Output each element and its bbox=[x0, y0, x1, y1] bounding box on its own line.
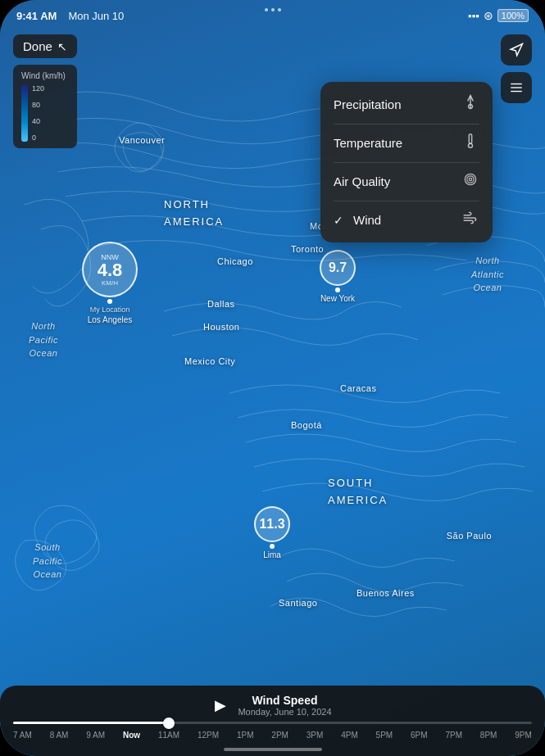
time-7am: 7 AM bbox=[13, 731, 32, 740]
menu-item-temperature[interactable]: Temperature bbox=[320, 124, 493, 162]
time-9pm: 9PM bbox=[515, 731, 532, 740]
play-icon: ▶ bbox=[215, 697, 226, 713]
wind-label-80: 80 bbox=[32, 101, 44, 109]
timeline-title: Wind Speed bbox=[238, 694, 331, 707]
layers-button[interactable] bbox=[501, 72, 532, 103]
temperature-label: Temperature bbox=[334, 136, 402, 150]
time-5pm: 5PM bbox=[376, 731, 393, 740]
air-quality-label: Air Quality bbox=[334, 174, 390, 188]
time-12pm: 12PM bbox=[198, 731, 219, 740]
time-1pm: 1PM bbox=[237, 731, 254, 740]
timeline-subtitle: Monday, June 10, 2024 bbox=[238, 707, 331, 717]
timeline-title-row: ▶ Wind Speed Monday, June 10, 2024 bbox=[0, 694, 545, 717]
svg-point-9 bbox=[467, 176, 474, 183]
wind-icon bbox=[461, 210, 479, 230]
signal-icon: ▪▪▪ bbox=[468, 10, 479, 22]
top-right-controls bbox=[501, 34, 532, 103]
ny-city-label: New York bbox=[320, 294, 355, 303]
top-left-controls: Done ↖ Wind (km/h) 120 80 40 0 bbox=[13, 34, 77, 148]
wifi-icon: ⊛ bbox=[484, 9, 493, 22]
timeline-slider[interactable] bbox=[0, 722, 545, 724]
time-6pm: 6PM bbox=[411, 731, 428, 740]
status-time: 9:41 AM bbox=[16, 10, 57, 22]
lima-marker-dot bbox=[270, 544, 275, 549]
la-speed: 4.8 bbox=[98, 261, 123, 279]
location-button[interactable] bbox=[501, 34, 532, 66]
time-9am: 9 AM bbox=[86, 731, 105, 740]
svg-point-8 bbox=[469, 178, 471, 180]
new-york-marker[interactable]: 9.7 New York bbox=[320, 250, 356, 303]
ny-speed: 9.7 bbox=[329, 261, 347, 274]
time-8pm: 8PM bbox=[480, 731, 497, 740]
la-marker-dot bbox=[107, 299, 112, 304]
air-quality-icon bbox=[461, 171, 479, 192]
time-3pm: 3PM bbox=[307, 731, 324, 740]
timeline-title-text: Wind Speed Monday, June 10, 2024 bbox=[238, 694, 331, 717]
time-11am: 11AM bbox=[158, 731, 179, 740]
la-my-location: My Location bbox=[90, 306, 130, 314]
layer-dropdown-menu: Precipitation Temperature bbox=[320, 82, 493, 242]
time-8am: 8 AM bbox=[50, 731, 69, 740]
slider-fill bbox=[13, 722, 169, 724]
slider-thumb[interactable] bbox=[163, 718, 175, 729]
cursor-icon: ↖ bbox=[57, 40, 67, 53]
done-label: Done bbox=[23, 39, 52, 53]
bottom-timeline-bar: ▶ Wind Speed Monday, June 10, 2024 7 AM … bbox=[0, 686, 545, 756]
ny-marker-dot bbox=[335, 287, 340, 292]
slider-track bbox=[13, 722, 532, 724]
menu-item-wind[interactable]: ✓ Wind bbox=[320, 201, 493, 239]
status-date: Mon Jun 10 bbox=[68, 10, 124, 22]
la-direction: NNW bbox=[101, 253, 119, 261]
ny-marker-bubble: 9.7 bbox=[320, 250, 356, 286]
svg-marker-0 bbox=[511, 44, 522, 56]
wind-legend: Wind (km/h) 120 80 40 0 bbox=[13, 65, 77, 148]
camera-dots bbox=[265, 8, 281, 11]
status-icons: ▪▪▪ ⊛ 100% bbox=[468, 9, 529, 22]
wind-checkmark: ✓ bbox=[334, 214, 343, 227]
temperature-icon bbox=[461, 133, 479, 153]
time-7pm: 7PM bbox=[445, 731, 462, 740]
home-indicator bbox=[224, 748, 322, 751]
done-button[interactable]: Done ↖ bbox=[13, 34, 77, 58]
wind-scale: 120 80 40 0 bbox=[21, 84, 69, 142]
time-labels: 7 AM 8 AM 9 AM Now 11AM 12PM 1PM 2PM 3PM… bbox=[0, 731, 545, 740]
lima-city-label: Lima bbox=[263, 550, 281, 559]
lima-marker-bubble: 11.3 bbox=[254, 506, 290, 542]
battery-indicator: 100% bbox=[497, 9, 529, 22]
precipitation-label: Precipitation bbox=[334, 97, 402, 111]
status-bar: 9:41 AM Mon Jun 10 ▪▪▪ ⊛ 100% bbox=[0, 0, 545, 26]
wind-legend-title: Wind (km/h) bbox=[21, 71, 69, 80]
precipitation-icon bbox=[461, 94, 479, 115]
wind-bar bbox=[21, 84, 28, 142]
lima-speed: 11.3 bbox=[259, 518, 284, 531]
menu-item-air-quality[interactable]: Air Quality bbox=[320, 162, 493, 201]
la-city-label: Los Angeles bbox=[88, 315, 133, 324]
wind-label-0: 0 bbox=[32, 134, 44, 142]
menu-item-precipitation[interactable]: Precipitation bbox=[320, 85, 493, 124]
la-marker-bubble: NNW 4.8 KM/H bbox=[82, 242, 138, 297]
wind-label-40: 40 bbox=[32, 117, 44, 125]
time-4pm: 4PM bbox=[341, 731, 358, 740]
device-frame: 9:41 AM Mon Jun 10 ▪▪▪ ⊛ 100% Done ↖ Win… bbox=[0, 0, 545, 756]
svg-rect-6 bbox=[469, 134, 471, 144]
play-button[interactable]: ▶ bbox=[213, 695, 228, 716]
time-2pm: 2PM bbox=[271, 731, 288, 740]
svg-point-7 bbox=[469, 143, 473, 147]
wind-label-120: 120 bbox=[32, 84, 44, 93]
wind-labels: 120 80 40 0 bbox=[32, 84, 44, 142]
los-angeles-marker[interactable]: NNW 4.8 KM/H My Location Los Angeles bbox=[82, 242, 138, 324]
lima-marker[interactable]: 11.3 Lima bbox=[254, 506, 290, 559]
wind-label: Wind bbox=[353, 213, 381, 227]
time-now: Now bbox=[123, 731, 140, 740]
la-unit: KM/H bbox=[102, 279, 118, 287]
